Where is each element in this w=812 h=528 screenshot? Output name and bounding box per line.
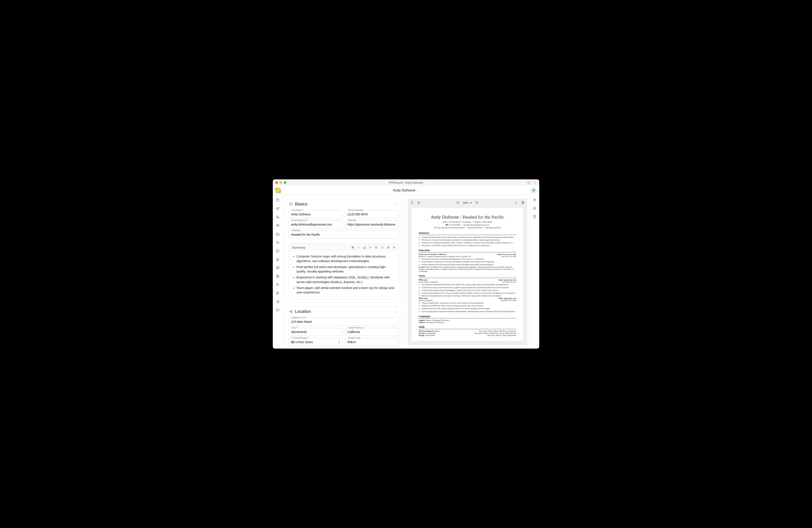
link-button[interactable]	[387, 246, 390, 249]
italic-button[interactable]: I	[357, 246, 360, 249]
location-header: Location ⋮	[286, 306, 402, 316]
resume-summary-heading: Summary	[419, 231, 516, 235]
nav-interests-icon[interactable]	[276, 300, 280, 304]
work-bullet: Actively participated in code reviews, p…	[422, 292, 516, 294]
svg-point-12	[277, 284, 278, 285]
summary-item[interactable]: Computer Science major with strong found…	[296, 254, 395, 263]
phone-input[interactable]	[345, 210, 399, 218]
education-bullet: Gained hands-on experience in software d…	[422, 260, 516, 263]
svg-rect-28	[522, 203, 524, 204]
full-name-input[interactable]	[289, 210, 343, 218]
summary-item[interactable]: Experience in working with databases (SQ…	[296, 275, 395, 285]
nav-publications-icon[interactable]	[276, 274, 280, 279]
svg-point-4	[277, 216, 278, 217]
nav-volunteer-icon[interactable]	[276, 308, 280, 312]
language-row: English: Native or Bilingual Proficiency	[419, 319, 516, 321]
summary-item[interactable]: Pixel perfect full stack web developer, …	[296, 265, 395, 274]
email-input[interactable]	[289, 220, 343, 228]
nav-work-icon[interactable]	[276, 232, 280, 236]
clearformat-button[interactable]: T×	[369, 246, 372, 249]
svg-point-14	[276, 302, 277, 303]
resume-name-heading: Andy Dufresne|Headed for the Pacific	[419, 214, 516, 220]
work-bullet: Actively participated in Agile developme…	[422, 310, 516, 313]
work-bullet: Created reusable React components to ens…	[422, 302, 516, 304]
nav-location-icon[interactable]	[276, 206, 280, 211]
preview-frame: 94% ▾ Andy Dufresne|Headed for the Pacif…	[408, 199, 527, 345]
document-name-dropdown[interactable]: Andy Dufresne ⌄	[273, 188, 539, 192]
work-bullet: Collaborated with cross-functional teams…	[422, 286, 516, 289]
state-input[interactable]	[345, 328, 399, 336]
chevron-updown-icon: ⇅	[338, 341, 340, 344]
template-icon[interactable]	[533, 215, 536, 219]
state-label: State/Province	[348, 326, 363, 329]
website-input[interactable]	[345, 220, 399, 228]
left-sidebar	[273, 195, 282, 348]
window-title: PPResume - Andy Dufresne	[273, 181, 539, 184]
education-degree: Bachelor, Computer Engineering and Compu…	[419, 255, 470, 257]
full-name-label: Full Name	[292, 209, 302, 211]
work-bullet: Mentored and guided junior developers, f…	[422, 295, 516, 297]
headline-input[interactable]	[289, 231, 399, 239]
underline-button[interactable]: U	[363, 246, 366, 249]
bulletlist-button[interactable]	[375, 246, 378, 249]
education-dates: Sep 2014–Jul 2018	[502, 255, 516, 257]
nav-certificates-icon[interactable]	[276, 266, 280, 270]
language-row: Chinese: Elementary Proficiency	[419, 321, 516, 324]
postal-label: Postal Code	[348, 337, 361, 339]
zoom-in-button[interactable]	[475, 201, 479, 204]
languages-list: English: Native or Bilingual Proficiency…	[419, 319, 516, 324]
work-bullet: Integrated with RESTful APIs to fetch an…	[422, 304, 516, 307]
summary-toolbar: B I U T× 123	[351, 246, 396, 249]
work-role-row: Software EngineerSep 2018–Dec 2020	[419, 299, 516, 301]
address-input[interactable]	[289, 318, 399, 326]
svg-rect-31	[533, 215, 536, 218]
nav-education-icon[interactable]	[276, 223, 280, 228]
nav-awards-icon[interactable]	[276, 257, 280, 261]
full-name-field: Full Name *	[289, 210, 343, 218]
location-title: Location	[295, 309, 311, 314]
svg-rect-9	[276, 267, 279, 269]
typography-icon[interactable]	[533, 198, 536, 202]
svg-rect-6	[276, 233, 279, 235]
pdf-icon[interactable]	[410, 201, 414, 204]
nav-projects-icon[interactable]	[276, 291, 280, 295]
postal-input[interactable]	[345, 338, 399, 346]
summary-item[interactable]: Team player, with detail-oriented mindse…	[296, 286, 395, 295]
orderedlist-button[interactable]: 123	[381, 246, 384, 249]
zoom-out-button[interactable]	[456, 201, 460, 204]
country-flag-icon: 🇺🇸	[291, 340, 294, 344]
skill-row: Design: IntermediateKeywords: Sketch, Fi…	[419, 334, 516, 336]
work-company-row: PPResumehttps://ppresume.com	[419, 279, 516, 281]
svg-text:3: 3	[381, 248, 382, 248]
nav-skills-icon[interactable]	[276, 249, 280, 253]
city-input[interactable]	[289, 328, 343, 336]
email-field: Email Address *	[289, 220, 343, 228]
nav-references-icon[interactable]	[276, 283, 280, 287]
unlink-button[interactable]	[392, 246, 396, 249]
layout-icon[interactable]	[533, 206, 536, 210]
bold-button[interactable]: B	[351, 246, 354, 249]
nav-basics-icon[interactable]	[276, 198, 280, 202]
work-bullet: Developed and implemented efficient and …	[422, 283, 516, 286]
svg-rect-29	[533, 207, 536, 210]
summary-title: Summary	[292, 246, 305, 249]
svg-point-10	[278, 268, 279, 269]
country-select[interactable]: 🇺🇸 United States ⇅	[289, 338, 343, 346]
editor-panel: Basics ⋮ Full Name * Phone Number Email …	[282, 195, 405, 348]
work-bullets: Created reusable React components to ens…	[422, 302, 516, 313]
nav-profiles-icon[interactable]	[276, 215, 280, 219]
nav-languages-icon[interactable]	[276, 240, 280, 244]
zoom-value: 94%	[463, 201, 468, 204]
print-button[interactable]	[521, 201, 525, 204]
resume-summary-item: Team player, with detail-oriented mindse…	[422, 244, 516, 247]
move-icon[interactable]	[417, 201, 420, 204]
website-field: Website	[345, 220, 399, 228]
work-company-row: PPResumehttps://ppresume.com	[419, 297, 516, 299]
education-bullets: Developed proficiency in programming lan…	[422, 258, 516, 266]
svg-point-15	[278, 302, 279, 303]
summary-editor[interactable]: Computer Science major with strong found…	[289, 251, 399, 299]
download-button[interactable]	[514, 201, 518, 204]
resume-summary-item: Computer Science major with strong found…	[422, 236, 516, 239]
skills-list: Web Development: MasterKeywords: Python,…	[419, 330, 516, 336]
zoom-level-dropdown[interactable]: 94% ▾	[463, 201, 472, 204]
